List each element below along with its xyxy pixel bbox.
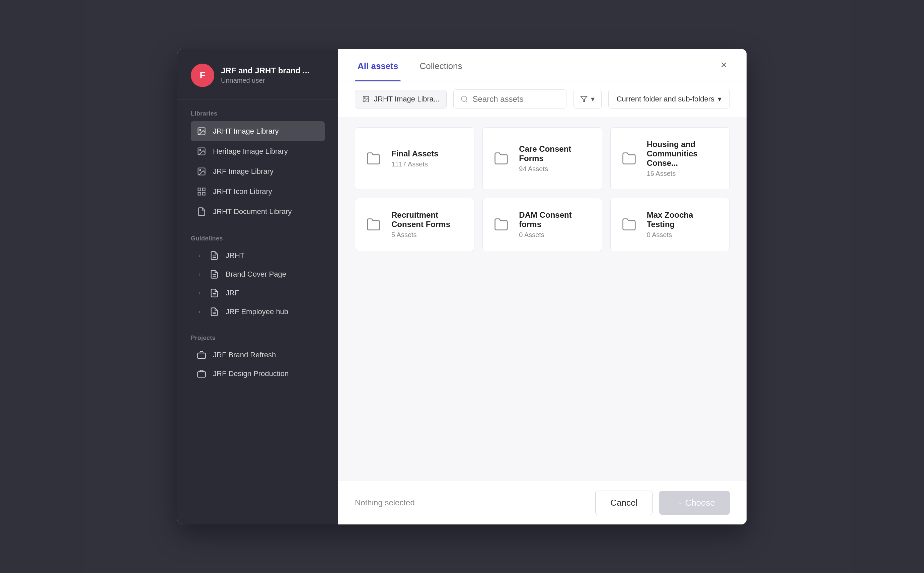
guideline-icon-3: [209, 288, 220, 298]
filter-chevron-icon: ▾: [591, 95, 594, 103]
avatar: F: [191, 64, 214, 87]
folder-card-max-zoocha[interactable]: Max Zoocha Testing 0 Assets: [610, 198, 730, 251]
folder-card-info-2: Care Consent Forms 94 Assets: [519, 144, 591, 173]
folder-card-recruitment[interactable]: Recruitment Consent Forms 5 Assets: [355, 198, 474, 251]
folder-card-dam-consent[interactable]: DAM Consent forms 0 Assets: [482, 198, 602, 251]
guideline-item-jrht[interactable]: › JRHT: [191, 246, 325, 265]
org-name: JRF and JRHT brand ...: [221, 66, 310, 75]
folder-card-name-6: Max Zoocha Testing: [647, 210, 719, 229]
folder-card-final-assets[interactable]: Final Assets 1117 Assets: [355, 127, 474, 190]
folder-scope-label: Current folder and sub-folders: [617, 95, 714, 103]
libraries-section: Libraries JRHT Image Library: [177, 99, 338, 224]
folder-card-count-2: 94 Assets: [519, 165, 591, 173]
folder-scope-button[interactable]: Current folder and sub-folders ▾: [608, 90, 730, 108]
nothing-selected-text: Nothing selected: [355, 498, 415, 507]
folder-icon-5: [493, 216, 510, 233]
guidelines-section-title: Guidelines: [191, 235, 325, 242]
svg-point-21: [364, 97, 365, 99]
guidelines-section: Guidelines › JRHT ›: [177, 224, 338, 324]
svg-point-1: [200, 129, 201, 131]
modal-footer: Nothing selected Cancel → Choose: [338, 481, 747, 524]
close-button[interactable]: ×: [714, 55, 733, 74]
filter-icon: [580, 96, 588, 103]
folder-card-count-4: 5 Assets: [391, 231, 464, 239]
guideline-icon: [209, 250, 220, 261]
project-icon-2: [196, 368, 207, 379]
image-library-icon: [196, 126, 207, 137]
folder-card-name: Final Assets: [391, 149, 439, 158]
sidebar-user-info: JRF and JRHT brand ... Unnamed user: [221, 66, 310, 85]
folder-card-name-2: Care Consent Forms: [519, 144, 591, 163]
sidebar-item-jrht-icon[interactable]: JRHT Icon Library: [191, 182, 325, 202]
guideline-icon-4: [209, 307, 220, 317]
folder-grid: Final Assets 1117 Assets Care Consent Fo…: [355, 127, 730, 251]
chevron-right-icon-4: ›: [196, 308, 203, 315]
folder-card-care-consent[interactable]: Care Consent Forms 94 Assets: [482, 127, 602, 190]
sidebar-item-label: JRHT Document Library: [213, 207, 292, 216]
svg-rect-19: [197, 372, 205, 377]
svg-point-5: [200, 169, 201, 171]
document-library-icon: [196, 206, 207, 217]
modal-overlay: F JRF and JRHT brand ... Unnamed user Li…: [0, 0, 924, 573]
cancel-button[interactable]: Cancel: [595, 491, 652, 515]
guideline-item-label: JRHT: [226, 251, 244, 260]
folder-card-housing[interactable]: Housing and Communities Conse... 16 Asse…: [610, 127, 730, 190]
search-box[interactable]: [453, 89, 566, 109]
svg-point-3: [200, 149, 201, 151]
project-item-label-2: JRF Design Production: [213, 369, 289, 378]
filter-button[interactable]: ▾: [573, 90, 602, 108]
folder-card-info-3: Housing and Communities Conse... 16 Asse…: [647, 140, 719, 177]
sidebar: F JRF and JRHT brand ... Unnamed user Li…: [177, 49, 338, 524]
folder-card-name-5: DAM Consent forms: [519, 210, 591, 229]
guideline-item-label-4: JRF Employee hub: [226, 307, 288, 316]
sidebar-item-jrht-image[interactable]: JRHT Image Library: [191, 121, 325, 141]
asset-picker-modal: F JRF and JRHT brand ... Unnamed user Li…: [177, 49, 747, 524]
library-chip[interactable]: JRHT Image Libra...: [355, 90, 447, 108]
svg-rect-6: [198, 188, 201, 191]
scope-chevron-icon: ▾: [718, 95, 721, 103]
svg-marker-23: [581, 96, 587, 102]
sidebar-item-heritage-image[interactable]: Heritage Image Library: [191, 141, 325, 161]
guideline-icon-2: [209, 269, 220, 280]
guideline-item-label-3: JRF: [226, 289, 239, 297]
folder-card-count-3: 16 Assets: [647, 170, 719, 177]
sidebar-item-jrf-image[interactable]: JRF Image Library: [191, 161, 325, 182]
folder-card-count: 1117 Assets: [391, 160, 439, 168]
choose-button[interactable]: → Choose: [659, 491, 730, 515]
libraries-section-title: Libraries: [191, 110, 325, 117]
chevron-right-icon-2: ›: [196, 271, 203, 278]
folder-card-name-4: Recruitment Consent Forms: [391, 210, 464, 229]
icon-library-icon: [196, 186, 207, 197]
guideline-item-brand-cover[interactable]: › Brand Cover Page: [191, 265, 325, 283]
project-item-jrf-brand[interactable]: JRF Brand Refresh: [191, 346, 325, 364]
guideline-item-jrf-employee[interactable]: › JRF Employee hub: [191, 302, 325, 321]
tab-collections[interactable]: Collections: [417, 49, 465, 81]
sidebar-item-jrht-document[interactable]: JRHT Document Library: [191, 202, 325, 222]
chevron-right-icon-3: ›: [196, 290, 203, 296]
sidebar-item-label: JRF Image Library: [213, 167, 274, 176]
image-library-icon-3: [196, 166, 207, 177]
folder-icon-6: [621, 216, 638, 233]
search-input[interactable]: [472, 94, 559, 104]
guideline-item-jrf[interactable]: › JRF: [191, 283, 325, 302]
folder-icon-4: [365, 216, 382, 233]
sidebar-item-label: Heritage Image Library: [213, 147, 288, 156]
sidebar-item-label: JRHT Image Library: [213, 127, 278, 136]
asset-grid-area: Final Assets 1117 Assets Care Consent Fo…: [338, 117, 747, 481]
folder-icon: [365, 150, 382, 167]
footer-actions: Cancel → Choose: [595, 491, 730, 515]
project-item-label: JRF Brand Refresh: [213, 351, 276, 359]
folder-icon-3: [621, 150, 638, 167]
sidebar-item-label: JRHT Icon Library: [213, 187, 272, 196]
main-content: All assets Collections × JRHT Image Libr…: [338, 49, 747, 524]
tabs-bar: All assets Collections ×: [338, 49, 747, 81]
project-item-jrf-design[interactable]: JRF Design Production: [191, 364, 325, 383]
svg-point-22: [461, 96, 467, 102]
tab-all-assets[interactable]: All assets: [355, 49, 401, 81]
sidebar-header: F JRF and JRHT brand ... Unnamed user: [177, 49, 338, 99]
svg-rect-18: [197, 353, 205, 359]
folder-card-info-6: Max Zoocha Testing 0 Assets: [647, 210, 719, 239]
user-name: Unnamed user: [221, 77, 310, 85]
folder-card-info-5: DAM Consent forms 0 Assets: [519, 210, 591, 239]
projects-section-title: Projects: [191, 335, 325, 341]
